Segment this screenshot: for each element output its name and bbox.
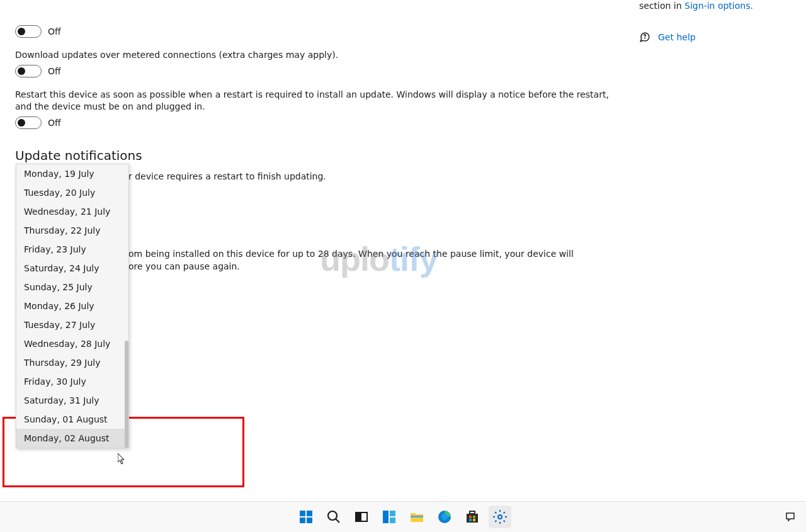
svg-rect-15: [467, 514, 478, 523]
dropdown-item[interactable]: Sunday, 01 August: [16, 410, 128, 429]
store-button[interactable]: [461, 506, 484, 528]
dropdown-item[interactable]: Tuesday, 27 July: [16, 315, 128, 334]
sign-in-options-link[interactable]: Sign-in options.: [684, 1, 753, 11]
dropdown-item[interactable]: Friday, 30 July: [16, 372, 128, 391]
dropdown-scrollbar[interactable]: [125, 341, 128, 448]
dropdown-item[interactable]: Tuesday, 20 July: [16, 183, 128, 202]
notifications-tray-icon[interactable]: [785, 511, 796, 523]
dropdown-item[interactable]: Monday, 19 July: [16, 164, 128, 183]
settings-button[interactable]: [489, 506, 511, 528]
svg-line-6: [336, 519, 339, 523]
svg-point-14: [441, 514, 448, 520]
dropdown-item[interactable]: Monday, 26 July: [16, 297, 128, 315]
dropdown-item[interactable]: Wednesday, 28 July: [16, 334, 128, 353]
cursor-icon: [118, 453, 127, 467]
get-help-link[interactable]: Get help: [658, 32, 696, 42]
svg-rect-10: [390, 511, 395, 516]
toggle-restart[interactable]: [15, 116, 42, 129]
update-notifications-heading: Update notifications: [15, 148, 621, 163]
pause-partial-2: ore you can pause again.: [128, 261, 240, 271]
search-button[interactable]: [322, 506, 345, 528]
dropdown-item[interactable]: Sunday, 25 July: [16, 278, 128, 297]
svg-rect-19: [469, 519, 472, 521]
help-icon: [639, 31, 650, 43]
dropdown-item[interactable]: Saturday, 31 July: [16, 391, 128, 410]
file-explorer-button[interactable]: [406, 506, 428, 528]
svg-rect-12: [411, 516, 423, 518]
dropdown-item[interactable]: Thursday, 22 July: [16, 221, 128, 240]
dropdown-item[interactable]: Monday, 02 August: [16, 429, 128, 448]
dropdown-item[interactable]: Saturday, 24 July: [16, 259, 128, 278]
svg-rect-11: [390, 518, 395, 523]
svg-rect-17: [469, 516, 472, 518]
dropdown-item[interactable]: Thursday, 29 July: [16, 353, 128, 372]
dropdown-item[interactable]: Friday, 23 July: [16, 240, 128, 259]
toggle-metered-label: Off: [48, 66, 61, 76]
svg-rect-8: [356, 512, 361, 521]
toggle-metered[interactable]: [15, 65, 42, 77]
sidepanel-text: section in: [639, 1, 684, 11]
toggle-unknown-1[interactable]: [15, 25, 42, 38]
svg-point-0: [645, 38, 645, 38]
restart-desc: Restart this device as soon as possible …: [15, 89, 621, 113]
task-view-button[interactable]: [350, 506, 373, 528]
svg-rect-1: [300, 511, 305, 516]
svg-rect-20: [473, 519, 475, 521]
svg-rect-4: [307, 518, 312, 523]
svg-point-21: [498, 515, 502, 519]
svg-rect-3: [300, 518, 305, 523]
pause-until-dropdown[interactable]: Monday, 19 JulyTuesday, 20 JulyWednesday…: [16, 164, 129, 448]
widgets-button[interactable]: [378, 506, 400, 528]
svg-rect-18: [473, 516, 475, 518]
notifications-partial: r device requires a restart to finish up…: [128, 171, 326, 181]
dropdown-item[interactable]: Wednesday, 21 July: [16, 202, 128, 221]
svg-rect-16: [470, 511, 475, 514]
toggle-unknown-1-label: Off: [48, 26, 61, 37]
metered-desc: Download updates over metered connection…: [15, 49, 621, 61]
edge-button[interactable]: [433, 506, 456, 528]
taskbar: [0, 502, 806, 532]
pause-partial-1: om being installed on this device for up…: [128, 249, 574, 259]
start-button[interactable]: [295, 506, 317, 528]
svg-rect-9: [383, 511, 389, 523]
svg-point-5: [328, 511, 337, 520]
toggle-restart-label: Off: [48, 118, 61, 128]
svg-rect-2: [307, 511, 312, 516]
